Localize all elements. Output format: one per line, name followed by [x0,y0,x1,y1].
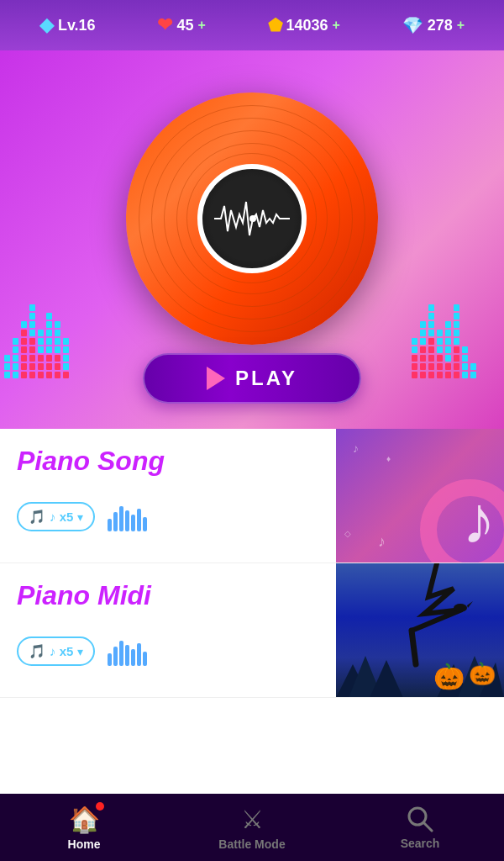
top-bar: ◆ Lv.16 ❤ 45 + ⬟ 14036 + 💎 278 + [0,0,504,50]
chart-icon-2 [108,637,150,666]
home-icon-wrap: 🏠 [69,805,100,834]
gem-icon: 💎 [402,15,423,35]
song-1-controls: 🎵 ♪ x5 ▾ [17,502,487,531]
home-icon: 🏠 [69,806,100,833]
nav-battle-label: Battle Mode [218,837,285,851]
deco-note-4: ♪ [378,533,386,551]
hearts-plus[interactable]: + [197,18,205,33]
battle-icon: ⚔ [241,805,264,834]
song-1-ticket-pill[interactable]: 🎵 ♪ x5 ▾ [17,502,95,531]
diamond-icon-top: ◆ [39,14,54,36]
play-button[interactable]: PLAY [143,353,361,404]
vinyl-record [126,92,378,345]
svg-point-0 [249,215,256,222]
eq-right [407,50,504,429]
chevron-down-icon: ▾ [77,510,83,524]
svg-rect-12 [131,649,135,666]
svg-rect-13 [137,643,141,666]
bottom-nav: 🏠 Home ⚔ Battle Mode Search [0,794,504,861]
svg-rect-7 [143,517,147,531]
svg-rect-6 [137,509,141,531]
song-1-title: Piano Song [17,446,487,477]
home-notification-dot [96,802,104,811]
svg-rect-2 [113,512,118,531]
nav-battle[interactable]: ⚔ Battle Mode [169,805,335,851]
song-2-tickets: ♪ x5 [50,644,73,658]
ticket-icon-2: 🎵 [29,643,45,659]
coins-stat[interactable]: ⬟ 14036 + [268,15,340,35]
song-2-controls: 🎵 ♪ x5 ▾ [17,637,487,666]
hearts-value: 45 [176,17,193,34]
svg-rect-4 [125,510,129,531]
song-item-2[interactable]: Piano Midi 🎵 ♪ x5 ▾ [0,563,504,698]
coin-icon: ⬟ [268,15,282,35]
ticket-icon: 🎵 [29,509,45,525]
svg-rect-5 [131,515,135,531]
song-list: Piano Song 🎵 ♪ x5 ▾ [0,429,504,794]
hearts-stat[interactable]: ❤ 45 + [157,14,205,36]
waveform-svg [214,198,290,240]
svg-rect-9 [113,647,118,666]
chart-icon-1 [108,502,150,531]
search-icon [406,805,434,833]
nav-search-label: Search [401,837,440,850]
song-2-content: Piano Midi 🎵 ♪ x5 ▾ [17,580,487,666]
chevron-down-icon-2: ▾ [77,645,83,658]
svg-rect-8 [108,653,112,666]
svg-rect-10 [119,641,123,666]
play-triangle-icon [207,367,225,390]
hero-area: PLAY [0,50,504,429]
play-label: PLAY [235,367,297,390]
svg-rect-14 [143,652,147,666]
coins-value: 14036 [286,17,328,34]
song-1-tickets: ♪ x5 [50,510,73,524]
pumpkin-1: 🎃 [433,662,465,691]
nav-home[interactable]: 🏠 Home [1,805,167,851]
svg-line-24 [423,822,432,831]
svg-rect-3 [119,506,123,531]
coins-plus[interactable]: + [333,18,340,33]
level-stat: ◆ Lv.16 [39,14,96,36]
heart-icon: ❤ [157,14,172,36]
svg-rect-1 [108,519,112,531]
gems-stat[interactable]: 💎 278 + [402,15,465,35]
gems-value: 278 [428,17,453,34]
song-1-content: Piano Song 🎵 ♪ x5 ▾ [17,446,487,531]
nav-search[interactable]: Search [337,805,503,850]
song-2-ticket-pill[interactable]: 🎵 ♪ x5 ▾ [17,637,95,666]
vinyl-center [197,164,307,273]
svg-rect-11 [125,645,129,666]
level-label: Lv.16 [58,17,96,34]
song-2-title: Piano Midi [17,580,487,611]
nav-home-label: Home [68,837,101,851]
eq-left [0,50,97,429]
gems-plus[interactable]: + [457,18,465,33]
song-item-1[interactable]: Piano Song 🎵 ♪ x5 ▾ [0,429,504,563]
